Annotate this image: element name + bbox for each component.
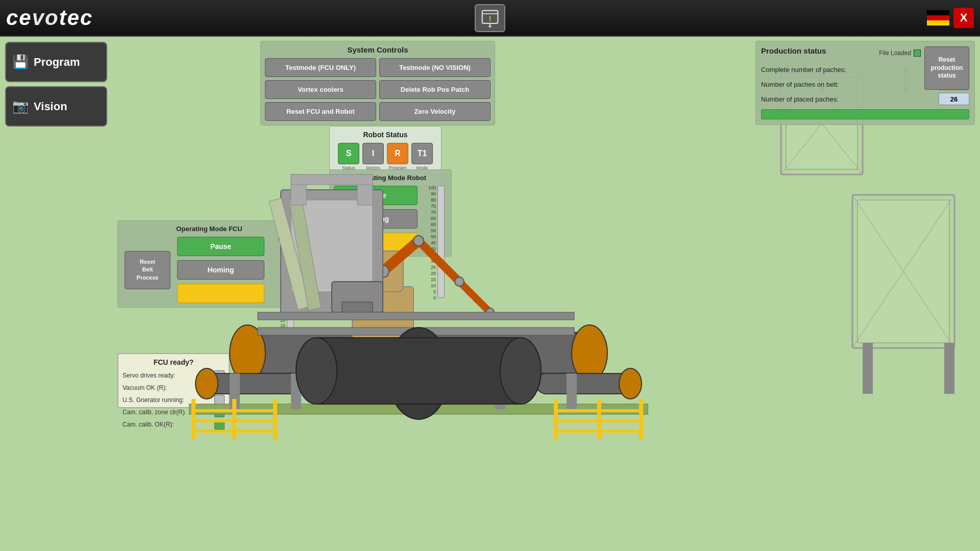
flag-stripe-black xyxy=(927,10,949,15)
complete-paches-label: Complete number of paches: xyxy=(761,66,846,73)
alert-icon-container[interactable]: ! xyxy=(475,4,505,32)
paches-on-belt-label: Number of paches on belt: xyxy=(761,81,839,88)
production-status-panel: Production status File Loaded Complete n… xyxy=(755,41,975,125)
file-loaded-indicator xyxy=(914,49,921,57)
svg-rect-26 xyxy=(554,409,643,412)
fcu-vacuum-label: Vacuum OK (R): xyxy=(122,384,167,391)
fcu-servo-label: Servo drives ready: xyxy=(122,372,175,379)
svg-point-9 xyxy=(195,368,218,399)
logo: cevotec xyxy=(6,4,93,32)
vision-icon: 📷 xyxy=(12,98,29,114)
svg-rect-16 xyxy=(567,373,577,409)
svg-point-35 xyxy=(413,236,424,246)
reset-belt-container: ResetBeltProcess xyxy=(122,237,173,303)
reset-production-status-button[interactable]: Resetproductionstatus xyxy=(924,46,969,90)
close-button[interactable]: X xyxy=(953,8,974,28)
svg-marker-4 xyxy=(488,26,493,28)
left-sidebar: 💾 Program 📷 Vision xyxy=(0,37,112,551)
svg-rect-27 xyxy=(554,419,643,422)
fcu-cam-calib-ok-label: Cam. calib. OK(R): xyxy=(122,421,174,428)
vision-button[interactable]: 📷 Vision xyxy=(5,86,107,127)
svg-rect-28 xyxy=(554,430,643,433)
file-loaded-label: File Loaded xyxy=(879,49,911,57)
testmode-no-vision-button[interactable]: Testmode (NO VISION) xyxy=(379,58,491,77)
svg-rect-50 xyxy=(316,338,521,404)
vision-label: Vision xyxy=(34,100,67,113)
placed-paches-label: Number of placed paches: xyxy=(761,95,839,103)
svg-text:!: ! xyxy=(489,15,492,23)
svg-rect-44 xyxy=(291,174,373,185)
production-status-bar xyxy=(761,109,969,119)
header: cevotec ! X xyxy=(0,0,980,37)
svg-line-33 xyxy=(459,282,490,312)
svg-point-52 xyxy=(500,338,541,404)
flag-stripe-red xyxy=(927,15,949,20)
production-status-title: Production status xyxy=(761,46,826,55)
flag-stripe-gold xyxy=(927,20,949,26)
svg-rect-63 xyxy=(863,343,873,394)
alert-button[interactable]: ! xyxy=(475,4,505,32)
svg-rect-24 xyxy=(191,419,277,422)
svg-rect-25 xyxy=(191,430,277,433)
fcu-cam-calib-zone-label: Cam. calib. zone clr(R) xyxy=(122,409,185,416)
program-icon: 💾 xyxy=(12,54,29,70)
testmode-fcu-button[interactable]: Testmode (FCU ONLY) xyxy=(265,58,376,77)
svg-point-36 xyxy=(455,277,464,286)
main-area: 💾 Program 📷 Vision System Controls Testm… xyxy=(0,37,980,551)
machine-visualization xyxy=(189,88,648,445)
svg-line-32 xyxy=(419,241,459,282)
svg-point-11 xyxy=(619,368,642,399)
header-right: X xyxy=(927,8,974,28)
fcu-us-gen-label: U.S. Gnerator running: xyxy=(122,396,184,404)
flag-germany xyxy=(927,10,949,26)
system-controls-title: System Controls xyxy=(265,45,491,54)
svg-point-7 xyxy=(572,325,607,381)
svg-rect-23 xyxy=(191,409,277,412)
svg-rect-64 xyxy=(944,343,954,394)
program-label: Program xyxy=(34,56,80,69)
reset-belt-button[interactable]: ResetBeltProcess xyxy=(125,251,170,289)
placed-paches-value: 26 xyxy=(939,93,969,105)
svg-point-51 xyxy=(296,338,337,404)
placed-paches-row: Number of placed paches: 26 xyxy=(761,93,969,105)
program-button[interactable]: 💾 Program xyxy=(5,42,107,82)
logo-text: cevotec xyxy=(6,6,93,30)
file-loaded-container: File Loaded xyxy=(879,49,921,57)
svg-rect-47 xyxy=(258,312,574,320)
alert-icon: ! xyxy=(481,9,499,28)
